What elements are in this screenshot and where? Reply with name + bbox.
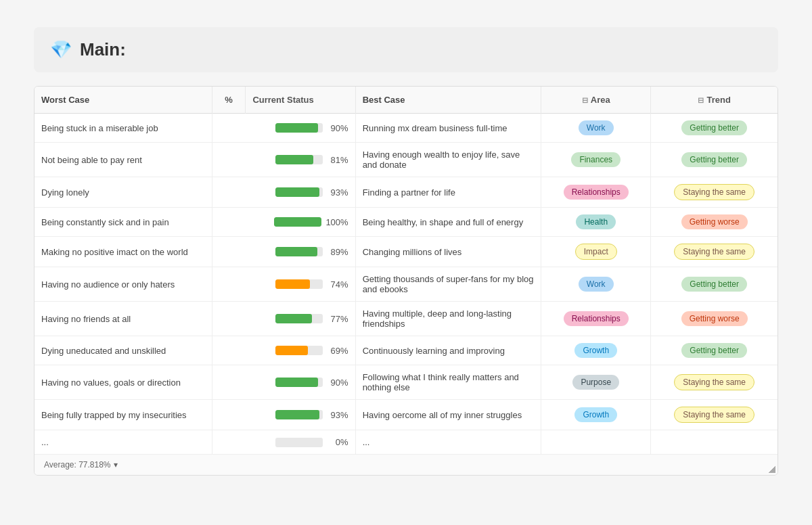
area-col-icon: ⊟ <box>582 96 588 104</box>
best-case-cell: Being healthy, in shape and full of ener… <box>355 208 541 237</box>
bar-fill <box>275 346 308 355</box>
table-row: Having no friends at all 77% Having mult… <box>35 302 777 336</box>
bar-fill <box>275 187 319 197</box>
trend-cell: Getting better <box>651 143 777 177</box>
bar-fill <box>275 410 319 419</box>
area-badge: Health <box>576 214 616 229</box>
trend-badge: Getting better <box>681 152 747 167</box>
area-cell: Relationships <box>541 177 651 208</box>
trend-badge: Staying the same <box>674 184 754 200</box>
table-row: Making no positive imact on the world 89… <box>35 237 777 267</box>
trend-cell: Getting worse <box>651 302 777 336</box>
trend-cell: Getting better <box>651 267 777 302</box>
area-cell: Finances <box>541 143 651 177</box>
bar-container <box>275 314 323 323</box>
trend-badge: Staying the same <box>674 407 754 423</box>
area-cell: Work <box>541 114 651 143</box>
best-case-cell: Finding a partner for life <box>355 177 541 208</box>
percent-cell: 100% <box>212 208 355 237</box>
table-row: Dying uneducated and unskilled 69% Conti… <box>35 336 777 365</box>
best-case-cell: Having multiple, deep and long-lasting f… <box>355 302 541 336</box>
page-container: 💎 Main: Worst Case % Current Status Best… <box>34 27 778 476</box>
area-badge: Growth <box>574 407 617 422</box>
percent-cell: 0% <box>212 430 355 455</box>
table-footer: Average: 77.818% ▾ <box>35 454 777 475</box>
best-case-cell: Following what I think really matters an… <box>355 365 541 400</box>
resize-handle[interactable] <box>769 466 775 473</box>
table-row: Dying lonely 93% Finding a partner for l… <box>35 177 777 208</box>
trend-badge: Getting better <box>681 120 747 135</box>
percent-label: 90% <box>327 123 348 133</box>
worst-case-cell: ... <box>35 430 212 455</box>
percent-cell: 69% <box>212 336 355 365</box>
area-badge: Growth <box>574 343 617 358</box>
bar-container <box>275 155 323 164</box>
bar-fill <box>275 378 318 387</box>
page-title: Main: <box>80 39 126 60</box>
trend-cell: Staying the same <box>651 177 777 208</box>
bar-fill <box>275 155 314 164</box>
area-cell: Work <box>541 267 651 302</box>
table-row: Having no values, goals or direction 90%… <box>35 365 777 400</box>
area-badge: Purpose <box>572 375 619 390</box>
best-case-cell: ... <box>355 430 541 455</box>
worst-case-cell: Being stuck in a miserable job <box>35 114 212 143</box>
area-cell: Growth <box>541 400 651 430</box>
percent-cell: 74% <box>212 267 355 302</box>
area-badge: Relationships <box>564 311 629 326</box>
col-area: ⊟Area <box>541 87 651 114</box>
percent-label: 74% <box>327 279 348 290</box>
bar-container <box>275 247 323 256</box>
bar-fill <box>275 247 317 256</box>
percent-cell: 90% <box>212 365 355 400</box>
diamond-icon: 💎 <box>50 39 72 60</box>
worst-case-cell: Being constantly sick and in pain <box>35 208 212 237</box>
worst-case-cell: Having no values, goals or direction <box>35 365 212 400</box>
bar-container <box>275 123 323 133</box>
percent-cell: 89% <box>212 237 355 267</box>
percent-label: 89% <box>327 247 348 257</box>
bar-container <box>275 279 323 289</box>
percent-label: 93% <box>327 187 348 198</box>
percent-label: 90% <box>327 378 348 388</box>
area-badge: Finances <box>571 152 621 167</box>
worst-case-cell: Having no audience or only haters <box>35 267 212 302</box>
col-worst-case: Worst Case <box>35 87 212 114</box>
trend-cell: Staying the same <box>651 400 777 430</box>
percent-cell: 93% <box>212 177 355 208</box>
trend-col-icon: ⊟ <box>698 96 704 104</box>
table-row: ... 0% ... <box>35 430 777 455</box>
area-badge: Work <box>579 120 614 135</box>
area-cell <box>541 430 651 455</box>
worst-case-cell: Being fully trapped by my insecurities <box>35 400 212 430</box>
best-case-cell: Running mx dream business full-time <box>355 114 541 143</box>
percent-label: 0% <box>327 437 348 447</box>
col-best-case: Best Case <box>355 87 541 114</box>
area-cell: Purpose <box>541 365 651 400</box>
bar-container <box>275 410 323 419</box>
bar-container <box>275 187 323 197</box>
trend-badge: Staying the same <box>674 244 754 260</box>
worst-case-cell: Dying uneducated and unskilled <box>35 336 212 365</box>
trend-badge: Getting worse <box>681 214 748 229</box>
trend-badge: Staying the same <box>674 374 754 390</box>
bar-container <box>275 346 323 355</box>
footer-arrow[interactable]: ▾ <box>114 460 118 470</box>
table-row: Being constantly sick and in pain 100% B… <box>35 208 777 237</box>
main-table: Worst Case % Current Status Best Case ⊟A… <box>35 87 777 454</box>
trend-cell <box>651 430 777 455</box>
table-wrapper: Worst Case % Current Status Best Case ⊟A… <box>34 86 778 476</box>
area-cell: Relationships <box>541 302 651 336</box>
best-case-cell: Changing millions of lives <box>355 237 541 267</box>
header-bar: 💎 Main: <box>34 27 778 72</box>
area-badge: Relationships <box>564 185 629 200</box>
percent-cell: 77% <box>212 302 355 336</box>
worst-case-cell: Having no friends at all <box>35 302 212 336</box>
percent-label: 81% <box>327 155 348 165</box>
col-current-status: Current Status <box>246 87 355 114</box>
trend-cell: Staying the same <box>651 365 777 400</box>
percent-cell: 90% <box>212 114 355 143</box>
trend-badge: Getting better <box>681 343 747 358</box>
bar-fill <box>275 279 311 289</box>
best-case-cell: Having oercome all of my inner struggles <box>355 400 541 430</box>
